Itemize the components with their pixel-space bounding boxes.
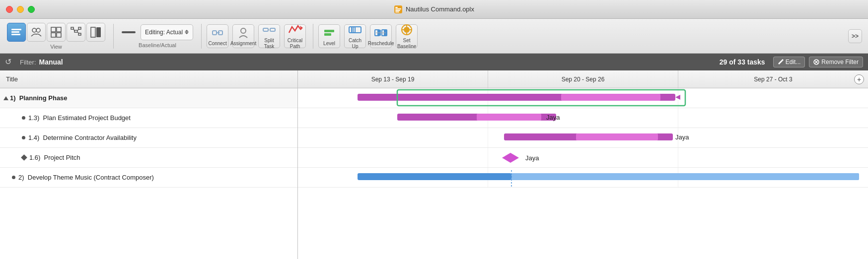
table-row: 1.3) Plan Estimated Project Budget: [0, 108, 297, 128]
svg-point-43: [404, 27, 410, 33]
task-indent: 1.6) Project Pitch: [4, 154, 80, 161]
svg-rect-4: [395, 11, 399, 12]
svg-rect-2: [395, 8, 401, 9]
gantt-cell: [298, 108, 488, 128]
catch-up-button[interactable]: Catch Up: [344, 24, 366, 48]
title-bar: Nautilus Command.oplx: [0, 0, 868, 19]
critical-path-button[interactable]: Critical Path: [284, 24, 306, 48]
set-baseline-icon: [400, 23, 414, 37]
task-list-header: Title: [0, 70, 297, 88]
gantt-cell: [298, 168, 488, 187]
main-content: Title 1) Planning Phase 1.3) Plan Estima…: [0, 70, 868, 259]
svg-point-8: [32, 28, 36, 32]
gantt-header-col3: Sep 27 - Oct 3 +: [678, 70, 868, 88]
set-baseline-button[interactable]: Set Baseline: [396, 24, 418, 48]
svg-rect-6: [11, 31, 19, 33]
filter-value: Manual: [39, 58, 63, 66]
col1-label: Sep 13 - Sep 19: [371, 76, 415, 83]
svg-point-27: [241, 28, 246, 33]
separator-1: [113, 24, 114, 49]
gantt-row-5: [298, 168, 868, 188]
inspect-view-button[interactable]: [86, 23, 105, 42]
gantt-cell: [678, 168, 868, 187]
task-indent: 1.3) Plan Estimated Project Budget: [4, 114, 131, 122]
milestone-diamond: [21, 154, 27, 161]
task-name: 1) Planning Phase: [10, 94, 68, 102]
task-indent: 1.4) Determine Contractor Availability: [4, 134, 137, 141]
baseline-section: Editing: Actual Baseline/Actual: [119, 24, 196, 48]
gantt-cell: [678, 88, 868, 108]
svg-rect-7: [11, 34, 20, 35]
network-view-button[interactable]: [67, 23, 85, 42]
table-view-button[interactable]: [47, 23, 66, 42]
filter-bar: ↺ Filter: Manual 29 of 33 tasks Edit... …: [0, 54, 868, 70]
svg-rect-11: [57, 27, 61, 32]
task-bullet: [22, 116, 25, 120]
toolbar: View Editing: Actual Baseline/Actual Con…: [0, 19, 868, 54]
level-button[interactable]: Level: [318, 24, 340, 48]
task-bullet: [22, 136, 25, 139]
more-button[interactable]: >>: [848, 29, 862, 43]
svg-rect-22: [96, 27, 101, 37]
gantt-cell: [488, 168, 678, 187]
filter-edit-button[interactable]: Edit...: [773, 57, 805, 67]
maximize-button[interactable]: [28, 6, 35, 13]
x-circle-icon: [813, 59, 819, 65]
assignment-button[interactable]: Assignment: [232, 24, 254, 48]
app-icon: [394, 5, 403, 14]
connect-label: Connect: [208, 41, 226, 47]
reschedule-icon: [374, 26, 388, 40]
assignment-icon: [236, 26, 250, 40]
level-label: Level: [323, 41, 335, 47]
svg-rect-16: [78, 27, 81, 29]
critical-path-label: Critical Path: [287, 38, 303, 50]
view-section: View: [4, 23, 108, 50]
pencil-icon: [778, 59, 784, 65]
svg-rect-1: [395, 7, 398, 8]
minimize-button[interactable]: [17, 6, 24, 13]
remove-label: Remove Filter: [821, 59, 859, 65]
filter-refresh-button[interactable]: ↺: [5, 57, 15, 67]
gantt-view-button[interactable]: [7, 23, 26, 42]
separator-3: [313, 24, 313, 49]
reschedule-button[interactable]: Reschedule: [370, 24, 392, 48]
gantt-row-2: [298, 108, 868, 128]
task-indent: 2) Develop Theme Music (Contract Compose…: [4, 174, 154, 181]
editing-selector[interactable]: Editing: Actual: [141, 24, 193, 40]
gantt-header-col2: Sep 20 - Sep 26: [488, 70, 678, 88]
svg-rect-32: [324, 30, 334, 32]
gantt-cell: [298, 88, 488, 108]
connect-button[interactable]: Connect: [207, 24, 228, 48]
baseline-label: Baseline/Actual: [139, 42, 176, 48]
svg-rect-3: [395, 10, 400, 11]
task-name: 1.3) Plan Estimated Project Budget: [28, 114, 131, 122]
gantt-cell: [488, 148, 678, 167]
connect-icon: [211, 26, 224, 40]
svg-rect-13: [57, 33, 61, 37]
task-name: 1.4) Determine Contractor Availability: [28, 134, 137, 141]
reschedule-label: Reschedule: [368, 41, 394, 47]
add-column-button[interactable]: +: [854, 74, 864, 84]
gantt-row-3: [298, 128, 868, 148]
gantt-row-1: [298, 88, 868, 108]
split-task-button[interactable]: Split Task: [258, 24, 280, 48]
collapse-triangle[interactable]: [3, 96, 8, 100]
gantt-header: Sep 13 - Sep 19 Sep 20 - Sep 26 Sep 27 -…: [298, 70, 868, 88]
svg-rect-15: [74, 30, 77, 32]
filter-remove-button[interactable]: Remove Filter: [809, 57, 863, 67]
window-title-area: Nautilus Command.oplx: [394, 5, 474, 14]
svg-rect-14: [71, 27, 73, 29]
task-name: 2) Develop Theme Music (Contract Compose…: [18, 174, 154, 181]
filter-count: 29 of 33 tasks: [720, 58, 765, 66]
resource-view-button[interactable]: [27, 23, 46, 42]
catch-up-icon: [348, 23, 362, 37]
gantt-cell: [488, 108, 678, 128]
gantt-cell: [678, 148, 868, 167]
close-button[interactable]: [6, 6, 13, 13]
editing-label: Editing: Actual: [145, 29, 183, 36]
gantt-cell: [298, 128, 488, 147]
traffic-lights: [6, 6, 35, 13]
task-list: Title 1) Planning Phase 1.3) Plan Estima…: [0, 70, 298, 259]
gantt-cell: [298, 148, 488, 167]
svg-rect-33: [324, 33, 331, 36]
